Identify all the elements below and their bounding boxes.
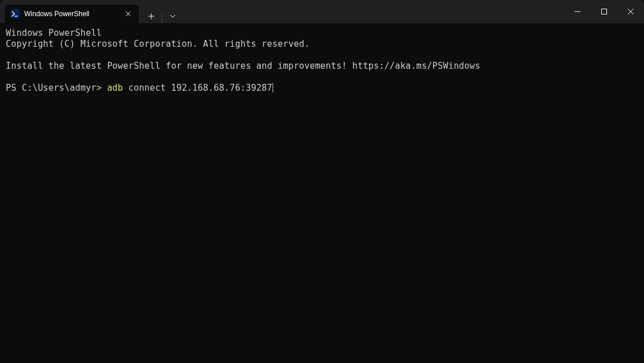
powershell-icon [10,9,20,18]
command-rest: connect 192.168.68.76:39287 [123,83,272,93]
new-tab-button[interactable] [141,7,162,25]
terminal-line: Install the latest PowerShell for new fe… [6,61,481,71]
window-controls [564,0,644,23]
cursor [273,83,273,92]
tab-dropdown-button[interactable] [162,7,183,25]
minimize-button[interactable] [564,0,591,23]
terminal-line: Copyright (C) Microsoft Corporation. All… [6,39,310,49]
tab-actions [139,5,183,23]
svg-rect-0 [10,9,20,18]
prompt-line: PS C:\Users\admyr> adb connect 192.168.6… [6,83,273,93]
maximize-button[interactable] [591,0,617,23]
terminal-line: Windows PowerShell [6,28,102,38]
command-highlight: adb [107,83,123,93]
tab-powershell[interactable]: Windows PowerShell [5,5,139,23]
svg-rect-7 [602,9,607,14]
tab-close-button[interactable] [124,9,133,18]
close-button[interactable] [617,0,644,23]
tab-title: Windows PowerShell [24,10,119,18]
terminal-content[interactable]: Windows PowerShell Copyright (C) Microso… [0,23,644,363]
title-bar: Windows PowerShell [0,0,644,23]
tabs-area: Windows PowerShell [0,0,183,23]
prompt: PS C:\Users\admyr> [6,83,107,93]
